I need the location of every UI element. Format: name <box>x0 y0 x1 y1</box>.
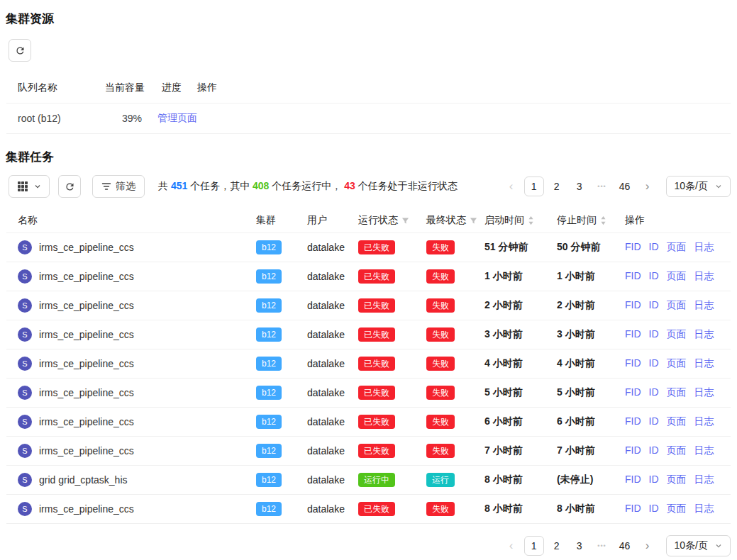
task-row: S irms_ce_pipeline_ccs b12 datalake 已失败 … <box>6 349 731 379</box>
action-link-id[interactable]: ID <box>649 386 659 399</box>
task-run-status-cell: 已失败 <box>358 357 426 371</box>
action-link-page[interactable]: 页面 <box>667 270 687 283</box>
final-status-badge: 失败 <box>426 502 455 516</box>
resource-row: root (b12) 39% 管理页面 <box>6 103 731 134</box>
action-link-log[interactable]: 日志 <box>694 415 714 428</box>
action-link-id[interactable]: ID <box>649 357 659 370</box>
action-link-fid[interactable]: FID <box>625 328 641 341</box>
action-link-page[interactable]: 页面 <box>667 503 687 515</box>
action-link-id[interactable]: ID <box>649 503 659 515</box>
task-name: irms_ce_pipeline_ccs <box>39 242 134 253</box>
action-link-id[interactable]: ID <box>649 299 659 312</box>
run-status-badge: 已失败 <box>358 269 395 284</box>
page-size-select[interactable]: 10条/页 <box>666 176 731 197</box>
pagination-prev-icon[interactable]: ‹ <box>502 177 521 196</box>
task-run-status-cell: 已失败 <box>358 298 426 313</box>
action-link-fid[interactable]: FID <box>625 241 641 254</box>
run-status-badge: 已失败 <box>358 444 395 458</box>
resources-refresh-button[interactable] <box>9 39 31 62</box>
col-action: 操作 <box>625 214 719 227</box>
task-run-status-cell: 运行中 <box>358 473 426 487</box>
tasks-refresh-button[interactable] <box>58 175 81 198</box>
task-actions: FIDID页面日志 <box>625 474 719 486</box>
action-link-page[interactable]: 页面 <box>667 474 687 486</box>
start-time: 6 小时前 <box>484 415 557 428</box>
pagination-next-icon[interactable]: › <box>638 177 658 196</box>
action-link-id[interactable]: ID <box>649 474 659 486</box>
column-settings-dropdown[interactable] <box>9 175 50 198</box>
avatar: S <box>18 444 32 458</box>
action-link-id[interactable]: ID <box>649 241 659 254</box>
pagination-page-2[interactable]: 2 <box>547 177 567 196</box>
action-link-id[interactable]: ID <box>649 444 659 457</box>
task-final-status-cell: 失败 <box>426 502 484 516</box>
action-link-page[interactable]: 页面 <box>667 299 687 312</box>
action-link-log[interactable]: 日志 <box>694 270 714 283</box>
pagination-page-46[interactable]: 46 <box>615 177 635 196</box>
pagination-page-2[interactable]: 2 <box>547 536 567 556</box>
action-link-fid[interactable]: FID <box>625 503 641 515</box>
tasks-table-header: 名称 集群 用户 运行状态 最终状态 启动时间 停止时间 操作 <box>6 208 731 233</box>
action-link-page[interactable]: 页面 <box>667 357 687 370</box>
avatar: S <box>18 473 32 487</box>
pagination-page-46[interactable]: 46 <box>615 536 635 556</box>
page-size-select[interactable]: 10条/页 <box>666 535 731 556</box>
col-start-time: 启动时间 <box>484 214 557 227</box>
task-actions: FIDID页面日志 <box>625 444 719 457</box>
task-name: irms_ce_pipeline_ccs <box>39 358 134 369</box>
action-link-id[interactable]: ID <box>649 328 659 341</box>
task-name-cell: S grid grid_cptask_his <box>18 473 256 487</box>
run-status-badge: 已失败 <box>358 240 395 254</box>
action-link-id[interactable]: ID <box>649 270 659 283</box>
summary-count: 408 <box>253 180 269 191</box>
task-cluster-cell: b12 <box>256 240 307 254</box>
action-link-fid[interactable]: FID <box>625 357 641 370</box>
pagination-page-1[interactable]: 1 <box>524 177 544 196</box>
action-link-fid[interactable]: FID <box>625 299 641 312</box>
sort-icon[interactable] <box>528 215 534 225</box>
filter-button[interactable]: 筛选 <box>92 175 145 198</box>
action-link-page[interactable]: 页面 <box>667 328 687 341</box>
task-user: datalake <box>307 242 358 253</box>
pagination-next-icon[interactable]: › <box>638 536 658 556</box>
action-link-fid[interactable]: FID <box>625 386 641 399</box>
action-link-log[interactable]: 日志 <box>694 503 714 515</box>
action-link-log[interactable]: 日志 <box>694 444 714 457</box>
action-link-fid[interactable]: FID <box>625 415 641 428</box>
pagination-ellipsis[interactable]: ••• <box>592 536 612 556</box>
action-link-log[interactable]: 日志 <box>694 299 714 312</box>
task-final-status-cell: 运行 <box>426 473 484 487</box>
filter-funnel-icon[interactable] <box>401 217 409 225</box>
action-link-log[interactable]: 日志 <box>694 386 714 399</box>
filter-funnel-icon[interactable] <box>470 217 477 225</box>
action-link-log[interactable]: 日志 <box>694 241 714 254</box>
task-run-status-cell: 已失败 <box>358 240 426 254</box>
action-link-fid[interactable]: FID <box>625 270 641 283</box>
task-final-status-cell: 失败 <box>426 240 484 254</box>
task-actions: FIDID页面日志 <box>625 241 719 254</box>
col-cluster: 集群 <box>256 214 307 227</box>
action-link-page[interactable]: 页面 <box>667 386 687 399</box>
task-run-status-cell: 已失败 <box>358 327 426 342</box>
action-link-log[interactable]: 日志 <box>694 357 714 370</box>
action-link-id[interactable]: ID <box>649 415 659 428</box>
action-link-fid[interactable]: FID <box>625 444 641 457</box>
sort-icon[interactable] <box>600 215 606 225</box>
action-link-log[interactable]: 日志 <box>694 328 714 341</box>
pagination-ellipsis[interactable]: ••• <box>592 177 612 196</box>
col-cluster-label: 集群 <box>256 214 276 227</box>
pagination-page-3[interactable]: 3 <box>570 536 589 556</box>
start-time: 1 小时前 <box>484 270 557 283</box>
manage-page-link[interactable]: 管理页面 <box>157 112 197 123</box>
col-capacity: 当前容量 <box>105 82 162 94</box>
action-link-page[interactable]: 页面 <box>667 241 687 254</box>
pagination-prev-icon[interactable]: ‹ <box>502 536 521 556</box>
pagination-page-3[interactable]: 3 <box>570 177 589 196</box>
action-link-page[interactable]: 页面 <box>667 444 687 457</box>
action-link-log[interactable]: 日志 <box>694 474 714 486</box>
stop-time: 4 小时前 <box>557 357 625 370</box>
pagination-page-1[interactable]: 1 <box>524 536 544 556</box>
action-link-fid[interactable]: FID <box>625 474 641 486</box>
task-actions: FIDID页面日志 <box>625 270 719 283</box>
action-link-page[interactable]: 页面 <box>667 415 687 428</box>
